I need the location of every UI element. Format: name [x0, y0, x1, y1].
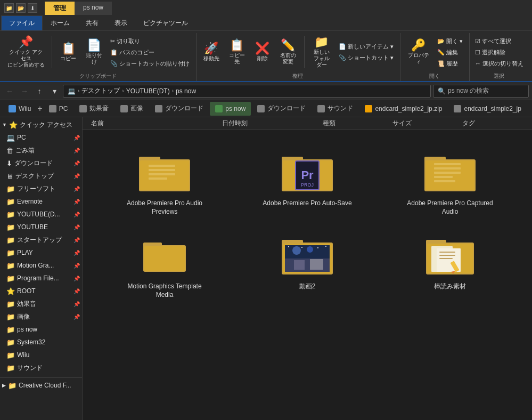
file-item-auto-save[interactable]: Pr PROJ Adobe Premiere Pro Auto-Save — [254, 141, 361, 224]
forward-button[interactable]: → — [18, 85, 31, 98]
sidebar-item-motiongra[interactable]: 📁 Motion Gra... 📌 — [0, 259, 82, 272]
title-icon-1[interactable]: 📁 — [4, 3, 14, 13]
new-item-button[interactable]: 📄 新しいアイテム ▾ — [337, 42, 396, 52]
col-date[interactable]: 日付時刻 — [218, 119, 318, 128]
tab-endcard-zip[interactable]: endcard_simple2_jp.zip — [359, 102, 447, 116]
properties-button[interactable]: 🔑 プロパティ — [404, 38, 432, 67]
tab-file[interactable]: ファイル — [1, 15, 43, 30]
sidebar-item-psnow[interactable]: 📁 ps now — [0, 323, 82, 336]
tab-endcard-jp[interactable]: endcard_simple2_jp — [448, 102, 526, 116]
deselect-button[interactable]: ☐ 選択解除 — [473, 47, 526, 58]
file-item-douga2[interactable]: 動画2 — [254, 224, 361, 307]
tab-pc[interactable]: PC — [44, 102, 73, 116]
copy-to-button[interactable]: 📋 コピー先 — [225, 38, 249, 67]
tab-images[interactable]: 画像 — [115, 102, 149, 116]
title-tab-psnow[interactable]: ps now — [75, 2, 112, 15]
svg-rect-46 — [439, 258, 453, 259]
sidebar-item-koukaonn[interactable]: 📁 効果音 📌 — [0, 297, 82, 310]
file-item-boudomi[interactable]: 棒読み素材 — [397, 224, 503, 307]
tab-psnow[interactable]: ps now — [210, 102, 251, 116]
tab-pc-icon — [49, 105, 56, 112]
folder-icon-captured-audio — [423, 151, 477, 194]
sidebar-item-wiiu[interactable]: 📁 Wiiu — [0, 349, 82, 361]
shortcut-paste-button[interactable]: 📎 ショートカットの貼り付け — [108, 59, 192, 69]
delete-icon: ❌ — [255, 43, 269, 54]
path-copy-button[interactable]: 📋 バスのコピー — [108, 47, 192, 58]
shortcut-button[interactable]: 📎 ショートカット ▾ — [337, 53, 396, 63]
file-item-motion-graphics[interactable]: Motion Graphics Template Media — [111, 224, 218, 307]
select-all-button[interactable]: ☑ すべて選択 — [473, 36, 526, 46]
clipboard-label: クリップボード — [79, 71, 117, 81]
tab-download2[interactable]: ダウンロード — [252, 102, 311, 116]
sidebar-creative-cloud-header[interactable]: ▶ 📁 Creative Cloud F... — [0, 379, 82, 392]
sidebar-item-evernote[interactable]: 📁 Evernote 📌 — [0, 195, 82, 208]
sidebar-item-pc[interactable]: 💻 PC 📌 — [0, 131, 82, 144]
up-button[interactable]: ↑ — [33, 85, 46, 98]
title-icon-2[interactable]: 📂 — [16, 3, 26, 13]
edit-button[interactable]: ✏️ 編集 — [435, 47, 465, 58]
tab-104pana[interactable]: 104_PANA — [528, 102, 532, 116]
sidebar-item-play[interactable]: 📁 PLAY 📌 — [0, 246, 82, 259]
new-folder-button[interactable]: 📁 新しいフォルダー — [309, 35, 335, 70]
title-tab-kanri[interactable]: 管理 — [45, 2, 75, 15]
invert-select-button[interactable]: ↔ 選択の切り替え — [473, 59, 526, 69]
tab-wiiu[interactable]: Wiiu — [3, 102, 36, 116]
sidebar-item-sound[interactable]: 📁 サウンド — [0, 361, 82, 374]
sidebar-item-download[interactable]: ⬇ ダウンロード 📌 — [0, 157, 82, 169]
tab-effects[interactable]: 効果音 — [74, 102, 114, 116]
sidebar-item-startup[interactable]: 📁 スタートアップ 📌 — [0, 233, 82, 246]
address-path[interactable]: 💻 › デスクトップ › YOUTUBE(DT) › ps now — [63, 85, 431, 98]
sidebar-item-root[interactable]: ⭐ ROOT 📌 — [0, 285, 82, 297]
tab-view[interactable]: 表示 — [107, 15, 135, 30]
sidebar-item-system32[interactable]: 📁 System32 — [0, 336, 82, 349]
sidebar-item-youtubedt[interactable]: 📁 YOUTUBE(D... 📌 — [0, 208, 82, 221]
tab-sound-icon — [317, 105, 325, 112]
creative-cloud-icon: 📁 — [8, 382, 17, 390]
history-button[interactable]: 📜 履歴 — [435, 59, 465, 69]
tab-home[interactable]: ホーム — [43, 15, 78, 30]
search-box[interactable]: 🔍 ps now の検索 — [433, 85, 529, 98]
sidebar-root-label: ROOT — [17, 287, 36, 295]
sidebar-gazo-pin: 📌 — [73, 314, 80, 320]
recent-button[interactable]: ▾ — [48, 85, 61, 98]
sidebar-item-desktop[interactable]: 🖥 デスクトップ 📌 — [0, 169, 82, 182]
tab-share[interactable]: 共有 — [78, 15, 107, 30]
tab-picture-tools[interactable]: ピクチャツール — [135, 15, 196, 30]
tab-download1-icon — [155, 105, 162, 112]
delete-button[interactable]: ❌ 削除 — [251, 41, 274, 63]
col-size[interactable]: サイズ — [388, 119, 458, 128]
sidebar-item-freesoft[interactable]: 📁 フリーソフト 📌 — [0, 182, 82, 195]
back-button[interactable]: ← — [3, 85, 16, 98]
tab-sound[interactable]: サウンド — [312, 102, 358, 116]
sidebar-item-trash[interactable]: 🗑 ごみ箱 📌 — [0, 144, 82, 157]
col-type[interactable]: 種類 — [318, 119, 388, 128]
sidebar-item-programfile[interactable]: 📁 Program File... 📌 — [0, 272, 82, 285]
rename-button[interactable]: ✏️ 名前の変更 — [276, 38, 300, 67]
ribbon-group-select: ☑ すべて選択 ☐ 選択解除 ↔ 選択の切り替え 選択 — [471, 33, 530, 81]
sidebar-item-gazo[interactable]: 📁 画像 📌 — [0, 310, 82, 323]
title-icon-3[interactable]: ⬇ — [28, 3, 37, 13]
copy-button[interactable]: 📋 コピー — [56, 41, 80, 63]
quick-access-pin-button[interactable]: 📌 クイック アクセスにピン留めする — [4, 35, 47, 70]
select-small-buttons: ☑ すべて選択 ☐ 選択解除 ↔ 選択の切り替え — [473, 36, 526, 69]
tab-download1[interactable]: ダウンロード — [150, 102, 209, 116]
file-item-captured-audio[interactable]: Adobe Premiere Pro Captured Audio — [397, 141, 503, 224]
tab-download2-label: ダウンロード — [267, 104, 306, 113]
col-tag[interactable]: タグ — [458, 119, 528, 128]
file-item-audio-previews[interactable]: Adobe Premiere Pro Audio Previews — [111, 141, 218, 224]
paste-button[interactable]: 📄 貼り付け — [82, 38, 106, 67]
sidebar-youtubedt-label: YOUTUBE(D... — [17, 211, 60, 218]
cut-button[interactable]: ✂ 切り取り — [108, 36, 192, 46]
move-to-button[interactable]: 🚀 移動先 — [200, 41, 223, 63]
sidebar-koukaonn-icon: 📁 — [6, 300, 15, 308]
sidebar-quick-access-header[interactable]: ▼ ⭐ クイック アクセス — [0, 118, 82, 131]
ribbon-open-content: 🔑 プロパティ 📂 開く ▾ ✏️ 編集 📜 履歴 — [404, 33, 465, 71]
sidebar-bottom-section: ▶ 📁 Creative Cloud F... — [0, 377, 82, 393]
open-button[interactable]: 📂 開く ▾ — [435, 36, 465, 46]
sidebar-item-youtube[interactable]: 📁 YOUTUBE 📌 — [0, 221, 82, 233]
sidebar-wiiu-icon: 📁 — [6, 351, 15, 359]
address-bar: ← → ↑ ▾ 💻 › デスクトップ › YOUTUBE(DT) › ps no… — [0, 82, 532, 100]
col-name[interactable]: 名前 — [87, 119, 218, 128]
sidebar-youtube-pin: 📌 — [73, 224, 80, 230]
tab-add-button[interactable]: + — [37, 102, 42, 115]
